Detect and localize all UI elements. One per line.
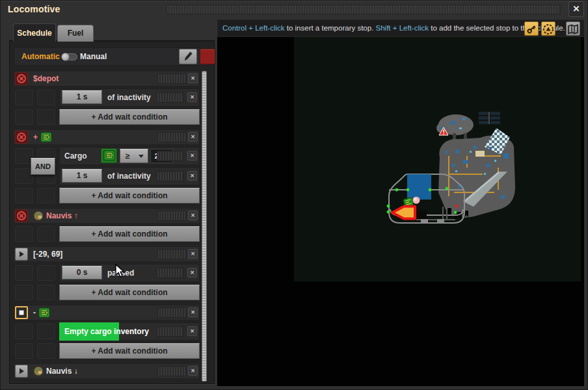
drag-handle[interactable]: [157, 92, 184, 103]
tab-schedule[interactable]: Schedule: [13, 23, 56, 42]
delete-station-button[interactable]: ✕: [188, 211, 198, 220]
rename-train-button[interactable]: [179, 49, 197, 64]
drag-handle[interactable]: [157, 171, 184, 181]
electronic-circuit-icon: [40, 132, 52, 142]
no-path-button[interactable]: [15, 72, 28, 85]
time-value-button[interactable]: 1 s: [62, 90, 102, 104]
drag-handle[interactable]: [157, 326, 184, 337]
condition-slot: [37, 343, 55, 359]
beige-building: [475, 151, 485, 157]
condition-slot: [37, 226, 55, 242]
schedule-station-row: Nauvis ↑✕: [14, 208, 200, 224]
add-wait-condition-button[interactable]: + Add wait condition: [59, 226, 200, 242]
no-path-button[interactable]: [15, 209, 28, 222]
add-wait-condition-row: + Add wait condition: [14, 187, 200, 204]
drag-handle[interactable]: [157, 132, 186, 142]
add-wait-condition-button[interactable]: + Add wait condition: [59, 109, 200, 125]
condition-slot: [37, 109, 55, 125]
drag-handle[interactable]: [157, 151, 184, 161]
condition-slot: [15, 226, 33, 242]
condition-label: Cargo: [64, 147, 87, 165]
condition-label: of inactivity: [107, 88, 151, 107]
red-signal: [455, 205, 459, 208]
comparator-dropdown[interactable]: ≥: [120, 149, 148, 163]
station-name: +: [33, 129, 52, 145]
hint-text-part: to insert a temporary stop.: [285, 24, 376, 32]
drag-handle[interactable]: [157, 268, 184, 278]
condition-slot: [15, 90, 33, 105]
station-name: $depot: [33, 71, 59, 86]
play-button[interactable]: [15, 248, 28, 261]
add-wait-condition-button[interactable]: + Add wait condition: [59, 188, 200, 203]
comparator-value: ≥: [126, 150, 130, 162]
drag-handle[interactable]: [157, 211, 186, 221]
drag-handle[interactable]: [157, 307, 186, 318]
condition-slot: [37, 324, 55, 339]
wait-condition: 0 spassed✕: [59, 264, 200, 282]
time-value-button[interactable]: 0 s: [62, 266, 102, 280]
titlebar: Locomotive ✕: [0, 0, 588, 18]
schedule-station-row: $depot✕: [14, 71, 200, 86]
delete-condition-button[interactable]: ✕: [187, 171, 197, 181]
minimap-canvas: [217, 37, 584, 386]
item-select-button[interactable]: [101, 148, 117, 163]
locate-train-button[interactable]: [541, 21, 555, 36]
delete-station-button[interactable]: ✕: [188, 249, 198, 259]
current-stop-button[interactable]: [15, 306, 28, 319]
add-wait-condition-row: + Add wait condition: [14, 343, 200, 359]
map-view-button[interactable]: [566, 21, 580, 36]
drag-handle[interactable]: [157, 249, 186, 259]
condition-label: passed: [107, 264, 134, 282]
play-icon: [17, 367, 26, 376]
wait-condition-row: 1 sof inactivity✕: [14, 88, 200, 107]
add-wait-condition-row: + Add wait condition: [14, 284, 200, 301]
manual-label: Manual: [80, 47, 107, 66]
time-value-button[interactable]: 1 s: [62, 169, 102, 183]
train-minimap[interactable]: [217, 37, 584, 386]
condition-label: of inactivity: [107, 167, 151, 185]
delete-condition-button[interactable]: ✕: [187, 268, 197, 278]
locate-train-icon: [542, 23, 555, 36]
window-title: Locomotive: [8, 0, 60, 18]
no-path-button[interactable]: [15, 131, 28, 144]
delete-condition-button[interactable]: ✕: [187, 326, 197, 336]
and-or-toggle-button[interactable]: AND: [31, 158, 55, 175]
schedule-panel: Automatic Manual $depot✕1 sof inactivity…: [9, 40, 215, 384]
close-button[interactable]: ✕: [568, 1, 584, 17]
wait-condition: Empty cargo inventory✕: [59, 322, 200, 341]
delete-station-button[interactable]: ✕: [188, 132, 198, 142]
current-stop-icon: [17, 308, 26, 317]
play-button[interactable]: [15, 365, 28, 378]
train-color-button[interactable]: [200, 49, 215, 64]
charted-area: [294, 37, 581, 281]
locomotive-window: Locomotive ✕ Schedule Fuel Automatic Man…: [0, 0, 588, 390]
water-block: [407, 174, 431, 200]
map-hint-text: Control + Left-click to insert a tempora…: [222, 20, 565, 37]
delete-condition-button[interactable]: ✕: [187, 92, 197, 102]
tab-fuel[interactable]: Fuel: [57, 25, 94, 42]
condition-slot: [37, 265, 55, 281]
train-stop-marker: [437, 219, 444, 223]
wait-condition-row: Cargo≥2.0k✕AND: [14, 147, 200, 165]
add-wait-condition-button[interactable]: + Add wait condition: [59, 343, 200, 359]
drag-handle[interactable]: [157, 366, 186, 376]
schedule-station-row: Nauvis ↓✕: [14, 363, 200, 379]
key-button[interactable]: [524, 21, 539, 36]
automatic-manual-switch[interactable]: [62, 53, 77, 60]
map-pane: Control + Left-click to insert a tempora…: [217, 20, 584, 386]
no-path-icon: [16, 73, 27, 84]
add-wait-condition-button[interactable]: + Add wait condition: [59, 285, 200, 300]
titlebar-drag-handle[interactable]: [167, 5, 561, 14]
wait-condition: Cargo≥2.0k✕: [59, 147, 200, 165]
schedule-scrollbar[interactable]: [202, 71, 207, 382]
delete-station-button[interactable]: ✕: [188, 73, 198, 83]
wait-condition-row: Empty cargo inventory✕: [14, 322, 200, 341]
delete-station-button[interactable]: ✕: [188, 307, 198, 317]
station-name: Nauvis ↓: [33, 363, 78, 379]
drag-handle[interactable]: [157, 73, 186, 84]
delete-condition-button[interactable]: ✕: [187, 151, 197, 161]
delete-station-button[interactable]: ✕: [188, 366, 198, 376]
condition-slot: [37, 188, 55, 203]
condition-slot: [15, 109, 33, 125]
schedule-station-row: +✕: [14, 129, 200, 145]
